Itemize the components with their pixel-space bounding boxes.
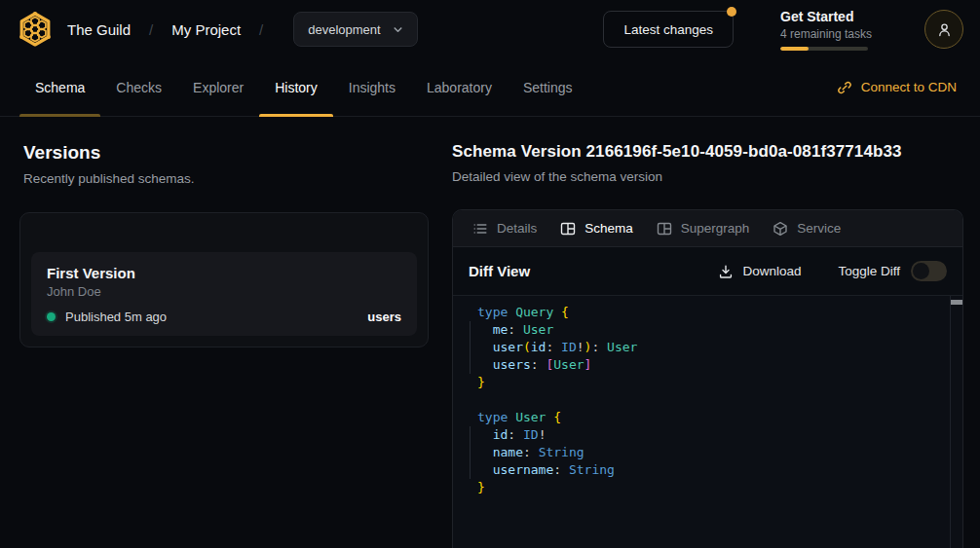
version-status: Published 5m ago <box>65 310 167 324</box>
version-status-row: Published 5m ago users <box>47 310 401 324</box>
list-icon <box>472 221 488 237</box>
target-dropdown[interactable]: development <box>293 12 417 47</box>
tab-insights[interactable]: Insights <box>333 58 411 116</box>
schema-code-viewer[interactable]: type Query { me: User user(id: ID!): Use… <box>453 296 962 548</box>
detail-tab-strip: Details Schema <box>453 210 962 247</box>
get-started-progressbar <box>780 47 868 51</box>
cube-icon <box>773 221 788 237</box>
tab-schema-view[interactable]: Schema <box>548 210 645 246</box>
breadcrumb-project[interactable]: My Project <box>171 21 241 38</box>
schema-version-subtitle: Detailed view of the schema version <box>452 169 963 184</box>
versions-panel: Versions Recently published schemas. Fir… <box>19 117 429 347</box>
breadcrumb: The Guild / My Project / development <box>55 12 418 47</box>
versions-list: First Version John Doe Published 5m ago … <box>19 212 429 347</box>
link-icon <box>837 80 852 95</box>
code-scrollbar-thumb[interactable] <box>951 300 963 305</box>
tab-schema[interactable]: Schema <box>19 58 100 116</box>
tab-checks[interactable]: Checks <box>100 58 177 116</box>
tab-service[interactable]: Service <box>761 210 852 246</box>
latest-changes-label: Latest changes <box>623 22 713 37</box>
person-icon <box>936 21 953 38</box>
indent-guide <box>470 321 471 374</box>
version-service-name: users <box>367 310 401 324</box>
versions-title: Versions <box>23 142 429 164</box>
tab-laboratory[interactable]: Laboratory <box>411 58 508 116</box>
code-block: type Query { me: User user(id: ID!): Use… <box>477 304 943 496</box>
diff-view-title: Diff View <box>469 263 530 279</box>
tab-history[interactable]: History <box>259 58 333 116</box>
download-button[interactable]: Download <box>718 264 801 279</box>
tab-explorer[interactable]: Explorer <box>177 58 259 116</box>
primary-nav: Schema Checks Explorer History Insights … <box>0 58 980 117</box>
download-icon <box>718 264 734 279</box>
toggle-diff-switch[interactable] <box>911 261 947 281</box>
columns-icon <box>560 221 576 237</box>
schema-version-title: Schema Version 2166196f-5e10-4059-bd0a-0… <box>452 142 963 162</box>
hive-logo-icon[interactable] <box>16 10 55 49</box>
toggle-diff-label: Toggle Diff <box>838 264 900 278</box>
download-label: Download <box>742 264 801 278</box>
target-dropdown-value: development <box>308 22 380 37</box>
notification-dot <box>727 7 736 17</box>
breadcrumb-separator: / <box>149 21 153 38</box>
schema-version-detail-box: Details Schema <box>452 209 963 548</box>
connect-to-cdn-label: Connect to CDN <box>861 80 957 94</box>
indent-guide <box>470 426 471 479</box>
versions-subtitle: Recently published schemas. <box>23 171 429 186</box>
toggle-knob <box>913 263 929 279</box>
version-title: First Version <box>47 265 401 281</box>
tab-settings[interactable]: Settings <box>508 58 588 116</box>
version-author: John Doe <box>47 284 401 299</box>
main-content: Versions Recently published schemas. Fir… <box>0 117 980 548</box>
tab-supergraph[interactable]: Supergraph <box>645 210 762 246</box>
chevron-down-icon <box>391 22 405 37</box>
diff-view-header: Diff View Download Toggle Diff <box>453 247 962 296</box>
header-right: Latest changes Get Started 4 remaining t… <box>603 9 963 51</box>
columns-icon <box>657 221 672 237</box>
latest-changes-button[interactable]: Latest changes <box>603 11 734 48</box>
code-scrollbar[interactable] <box>950 296 962 548</box>
published-status-dot <box>47 312 56 321</box>
get-started-widget[interactable]: Get Started 4 remaining tasks <box>780 9 874 51</box>
tab-details[interactable]: Details <box>461 210 548 246</box>
breadcrumb-separator: / <box>259 21 263 38</box>
schema-version-panel: Schema Version 2166196f-5e10-4059-bd0a-0… <box>452 117 963 184</box>
get-started-progress-fill <box>780 47 809 51</box>
version-card[interactable]: First Version John Doe Published 5m ago … <box>31 252 417 336</box>
breadcrumb-org[interactable]: The Guild <box>67 21 131 38</box>
user-avatar[interactable] <box>924 10 963 49</box>
app-header: The Guild / My Project / development Lat… <box>0 0 980 58</box>
connect-to-cdn-button[interactable]: Connect to CDN <box>837 80 957 95</box>
get-started-subtitle: 4 remaining tasks <box>780 27 874 41</box>
get-started-title: Get Started <box>780 9 874 24</box>
